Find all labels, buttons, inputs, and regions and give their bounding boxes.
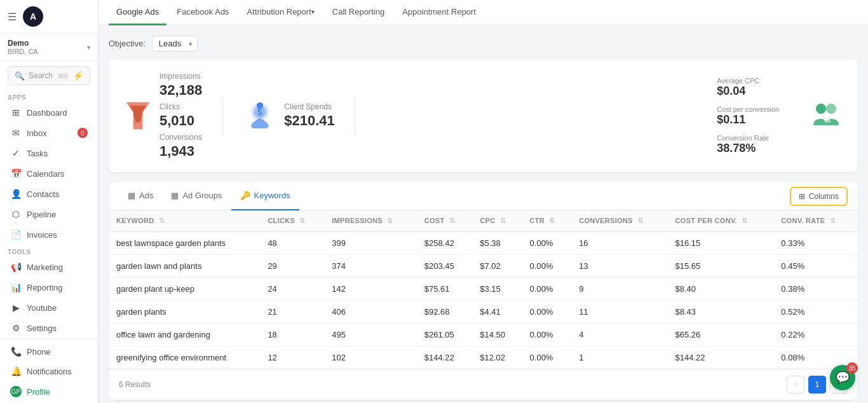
sidebar-item-calendars[interactable]: 📅 Calendars xyxy=(3,164,95,183)
nav-item-facebook-ads[interactable]: Facebook Ads xyxy=(169,0,236,25)
cell-ctr: 0.00% xyxy=(522,255,572,278)
stat-divider-2 xyxy=(355,97,356,135)
sidebar-item-label: Reporting xyxy=(27,283,62,292)
svg-point-7 xyxy=(816,104,826,114)
col-keyword[interactable]: KEYWORD ⇅ xyxy=(109,210,260,232)
cell-impressions: 102 xyxy=(324,346,417,369)
search-shortcut: ⌘K xyxy=(58,72,69,79)
cell-impressions: 374 xyxy=(324,255,417,278)
results-count: 6 Results xyxy=(119,380,151,389)
tab-keywords-label: Keywords xyxy=(254,191,290,200)
col-impressions[interactable]: IMPRESSIONS ⇅ xyxy=(324,210,417,232)
sidebar-item-reporting[interactable]: 📊 Reporting xyxy=(3,278,95,297)
sidebar-item-invoices[interactable]: 📄 Invoices xyxy=(3,225,95,244)
pipeline-icon: ⬡ xyxy=(10,209,22,219)
sidebar-item-settings[interactable]: ⚙ Settings xyxy=(3,318,95,338)
cell-cost_per_conv: $16.15 xyxy=(668,232,774,255)
cell-cost_per_conv: $8.43 xyxy=(668,301,774,324)
sidebar-item-marketing[interactable]: 📢 Marketing xyxy=(3,257,95,277)
sidebar-item-profile[interactable]: GP Profile xyxy=(3,381,95,402)
svg-point-8 xyxy=(826,104,836,114)
cell-ctr: 0.00% xyxy=(522,232,572,255)
cell-clicks: 12 xyxy=(260,346,324,369)
sidebar-item-dashboard[interactable]: ⊞ Dashboard xyxy=(3,103,95,122)
sidebar-item-youtube[interactable]: ▶ Youtube xyxy=(3,298,95,317)
col-conversions[interactable]: CONVERSIONS ⇅ xyxy=(571,210,667,232)
ad-groups-tab-icon: ▦ xyxy=(171,191,179,200)
calendars-icon: 📅 xyxy=(10,168,22,179)
nav-item-call-reporting[interactable]: Call Reporting xyxy=(325,0,392,25)
sort-icon: ⇅ xyxy=(830,217,836,224)
avatar: A xyxy=(23,6,43,27)
conversions-label: Conversions xyxy=(159,133,202,142)
sidebar-item-notifications[interactable]: 🔔 Notifications xyxy=(3,362,95,381)
sidebar-item-tasks[interactable]: ✓ Tasks xyxy=(3,144,95,163)
sidebar-item-inbox[interactable]: ✉ Inbox 0 xyxy=(3,123,95,142)
chevron-down-icon: ▾ xyxy=(87,44,90,51)
sidebar-item-contacts[interactable]: 👤 Contacts xyxy=(3,184,95,203)
sort-icon: ⇅ xyxy=(299,217,305,224)
cell-conv_rate: 0.52% xyxy=(773,301,858,324)
columns-button[interactable]: ⊞ Columns xyxy=(790,187,848,206)
sidebar-item-label: Contacts xyxy=(27,189,59,199)
cell-cpc: $12.02 xyxy=(472,346,522,369)
clicks-label: Clicks xyxy=(159,102,202,111)
cell-impressions: 142 xyxy=(324,278,417,301)
search-icon: 🔍 xyxy=(15,71,25,81)
tab-keywords[interactable]: 🔑 Keywords xyxy=(231,182,299,210)
nav-item-appointment-report[interactable]: Appointment Report xyxy=(395,0,484,25)
tab-ad-groups[interactable]: ▦ Ad Groups xyxy=(162,182,231,210)
sidebar-item-pipeline[interactable]: ⬡ Pipeline xyxy=(3,205,95,224)
cell-conversions: 11 xyxy=(571,301,667,324)
table-row: garden lawn and plants29374$203.45$7.020… xyxy=(109,255,858,278)
sidebar-item-label: Inbox xyxy=(27,128,47,138)
objective-label: Objective: xyxy=(109,39,146,48)
clicks-value: 5,010 xyxy=(159,113,202,129)
tab-ads[interactable]: ▦ Ads xyxy=(119,182,162,210)
stat-divider-1 xyxy=(222,97,223,135)
account-selector[interactable]: Demo BIRD, CA ▾ xyxy=(0,34,98,61)
conversion-icon-block: % xyxy=(810,99,843,133)
nav-item-attribution-report[interactable]: Attribution Report ▾ xyxy=(240,0,322,25)
table-row: garden plants21406$92.68$4.410.00%11$8.4… xyxy=(109,301,858,324)
cell-cost: $75.61 xyxy=(417,278,473,301)
notifications-icon: 🔔 xyxy=(10,366,22,376)
client-spends-icon: $ xyxy=(243,99,276,132)
nav-item-google-ads[interactable]: Google Ads xyxy=(109,0,166,25)
sort-icon: ⇅ xyxy=(549,217,555,224)
sidebar-item-label: Marketing xyxy=(27,263,63,272)
cell-cost_per_conv: $8.40 xyxy=(668,278,774,301)
menu-icon[interactable]: ☰ xyxy=(8,11,17,23)
col-ctr[interactable]: CTR ⇅ xyxy=(522,210,572,232)
youtube-icon: ▶ xyxy=(10,303,22,313)
cell-keyword: garden plants xyxy=(109,301,260,324)
col-cost[interactable]: COST ⇅ xyxy=(417,210,473,232)
col-clicks[interactable]: CLICKS ⇅ xyxy=(260,210,324,232)
table-row: garden plant up-keep24142$75.61$3.150.00… xyxy=(109,278,858,301)
col-cpc[interactable]: CPC ⇅ xyxy=(472,210,522,232)
objective-select[interactable]: Leads Sales Traffic xyxy=(152,36,198,51)
col-cost-per-conv[interactable]: COST PER CONV. ⇅ xyxy=(668,210,774,232)
content-area: Objective: Leads Sales Traffic Impress xyxy=(98,25,868,403)
chat-bubble[interactable]: 💬 35 xyxy=(830,365,855,390)
page-1-button[interactable]: 1 xyxy=(808,376,826,393)
cell-ctr: 0.00% xyxy=(522,301,572,324)
cell-impressions: 406 xyxy=(324,301,417,324)
client-spends-values: Client Spends $210.41 xyxy=(284,102,335,129)
sort-icon: ⇅ xyxy=(637,217,643,224)
col-conv-rate[interactable]: CONV. RATE ⇅ xyxy=(773,210,858,232)
conversions-value: 1,943 xyxy=(159,143,202,160)
svg-point-6 xyxy=(257,102,263,109)
nav-label: Attribution Report xyxy=(247,7,311,17)
sidebar-item-phone[interactable]: 📞 Phone xyxy=(3,342,95,361)
cell-keyword: office lawn and gardening xyxy=(109,324,260,346)
objective-select-wrapper[interactable]: Leads Sales Traffic xyxy=(152,36,198,51)
reporting-icon: 📊 xyxy=(10,282,22,292)
cell-ctr: 0.00% xyxy=(522,278,572,301)
prev-page-button[interactable]: ‹ xyxy=(787,376,804,393)
cell-clicks: 48 xyxy=(260,232,324,255)
conversion-icon: % xyxy=(810,99,843,132)
cell-impressions: 495 xyxy=(324,324,417,346)
cell-conversions: 1 xyxy=(571,346,667,369)
search-bar[interactable]: 🔍 Search ⌘K ⚡ xyxy=(8,66,90,85)
